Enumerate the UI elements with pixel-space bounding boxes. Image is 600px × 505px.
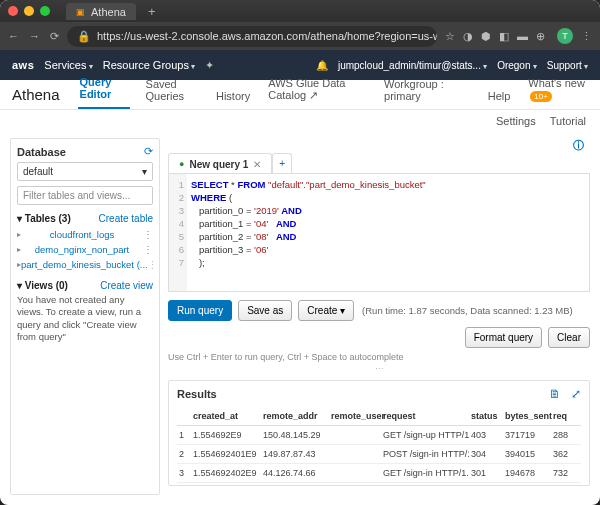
aws-favicon-icon: ▣	[76, 7, 85, 17]
results-title: Results	[177, 388, 217, 400]
url-text: https://us-west-2.console.aws.amazon.com…	[97, 30, 437, 42]
tab-query-editor[interactable]: Query Editor	[78, 69, 130, 109]
athena-subtabs: Settings Tutorial	[0, 110, 600, 132]
services-menu[interactable]: Services	[44, 59, 92, 71]
line-gutter: 1234567	[169, 174, 187, 291]
address-bar[interactable]: 🔒 https://us-west-2.console.aws.amazon.c…	[67, 26, 437, 47]
download-icon[interactable]: 🗎	[549, 387, 561, 401]
settings-link[interactable]: Settings	[496, 115, 536, 127]
extension-icon[interactable]: ⬢	[481, 30, 491, 43]
create-view-link[interactable]: Create view	[100, 280, 153, 291]
resize-handle[interactable]: ⋯	[168, 364, 590, 374]
chevron-down-icon: ▾	[142, 166, 147, 177]
run-query-button[interactable]: Run query	[168, 300, 232, 321]
info-icon[interactable]: ⓘ	[168, 138, 590, 153]
views-heading[interactable]: ▾ Views (0)	[17, 280, 68, 291]
forward-button[interactable]: →	[29, 30, 40, 43]
profile-avatar[interactable]: T	[557, 28, 573, 44]
sql-code[interactable]: SELECT * FROM "default"."part_demo_kines…	[187, 174, 426, 291]
add-query-tab[interactable]: +	[272, 153, 292, 173]
account-menu[interactable]: jumpcloud_admin/timur@stats...	[338, 60, 487, 71]
aws-logo[interactable]: aws	[12, 59, 34, 71]
format-query-button[interactable]: Format query	[465, 327, 542, 348]
bell-icon[interactable]: 🔔	[316, 60, 328, 71]
extension-icon[interactable]: ◑	[463, 30, 473, 43]
views-empty-text: You have not created any views. To creat…	[17, 294, 153, 343]
results-panel: Results 🗎 ⤢ created_at remote_addr remot…	[168, 380, 590, 486]
tables-list: cloudfront_logs⋮ demo_nginx_non_part⋮ pa…	[17, 227, 153, 272]
close-window[interactable]	[8, 6, 18, 16]
mac-titlebar: ▣ Athena +	[0, 0, 600, 22]
extension-icon[interactable]: ▬	[517, 30, 528, 42]
browser-tab-title: Athena	[91, 6, 126, 18]
new-tab-button[interactable]: +	[148, 4, 156, 19]
tab-glue-catalog[interactable]: AWS Glue Data Catalog ↗	[266, 70, 364, 109]
query-tabs: ● New query 1 ✕ +	[168, 153, 590, 174]
clear-button[interactable]: Clear	[548, 327, 590, 348]
external-link-icon: ↗	[309, 89, 318, 101]
table-row[interactable]: 31.554692402E944.126.74.66GET /sign-in H…	[177, 464, 581, 483]
minimize-window[interactable]	[24, 6, 34, 16]
reload-button[interactable]: ⟳	[50, 30, 59, 43]
extension-icon[interactable]: ⊕	[536, 30, 545, 43]
database-select[interactable]: default ▾	[17, 162, 153, 181]
service-title: Athena	[12, 86, 60, 103]
filter-input[interactable]: Filter tables and views...	[17, 186, 153, 205]
query-tab-1[interactable]: ● New query 1 ✕	[168, 153, 272, 173]
table-menu-icon[interactable]: ⋮	[143, 229, 153, 240]
sql-editor[interactable]: 1234567 SELECT * FROM "default"."part_de…	[168, 174, 590, 292]
refresh-icon[interactable]: ⟳	[144, 145, 153, 158]
close-tab-icon[interactable]: ✕	[253, 159, 261, 170]
table-menu-icon[interactable]: ⋮	[143, 244, 153, 255]
browser-tab-athena[interactable]: ▣ Athena	[66, 3, 136, 20]
status-ok-icon: ●	[179, 159, 184, 169]
results-table: created_at remote_addr remote_user reque…	[177, 407, 581, 483]
table-row[interactable]: 11.554692E9150.48.145.29GET /sign-up HTT…	[177, 426, 581, 445]
save-as-button[interactable]: Save as	[238, 300, 292, 321]
athena-tabs: Athena Query Editor Saved Queries Histor…	[0, 80, 600, 110]
database-heading: Database	[17, 146, 66, 158]
tutorial-link[interactable]: Tutorial	[550, 115, 586, 127]
shortcut-hint: Use Ctrl + Enter to run query, Ctrl + Sp…	[168, 352, 590, 362]
run-metadata: (Run time: 1.87 seconds, Data scanned: 1…	[362, 305, 573, 316]
whats-new-link[interactable]: What's new10+	[526, 70, 588, 109]
table-header-row: created_at remote_addr remote_user reque…	[177, 407, 581, 426]
menu-icon[interactable]: ⋮	[581, 30, 592, 43]
workgroup-label[interactable]: Workgroup : primary	[382, 71, 458, 109]
table-row[interactable]: 21.554692401E9149.87.87.43POST /sign-in …	[177, 445, 581, 464]
sidebar: Database ⟳ default ▾ Filter tables and v…	[10, 138, 160, 495]
lock-icon: 🔒	[77, 30, 91, 43]
expand-icon[interactable]: ⤢	[571, 387, 581, 401]
table-item[interactable]: cloudfront_logs⋮	[17, 227, 153, 242]
table-item[interactable]: demo_nginx_non_part⋮	[17, 242, 153, 257]
extension-icon[interactable]: ◧	[499, 30, 509, 43]
help-link[interactable]: Help	[486, 83, 513, 109]
star-icon[interactable]: ☆	[445, 30, 455, 43]
pin-icon[interactable]: ✦	[205, 59, 214, 72]
back-button[interactable]: ←	[8, 30, 19, 43]
table-menu-icon[interactable]: ⋮	[148, 259, 153, 270]
tab-saved-queries[interactable]: Saved Queries	[144, 71, 200, 109]
region-menu[interactable]: Oregon	[497, 60, 537, 71]
create-dropdown[interactable]: Create ▾	[298, 300, 354, 321]
browser-toolbar: ← → ⟳ 🔒 https://us-west-2.console.aws.am…	[0, 22, 600, 50]
tab-history[interactable]: History	[214, 83, 252, 109]
table-item[interactable]: part_demo_kinesis_bucket (...⋮	[17, 257, 153, 272]
create-table-link[interactable]: Create table	[99, 213, 153, 224]
tables-heading[interactable]: ▾ Tables (3)	[17, 213, 71, 224]
support-menu[interactable]: Support	[547, 60, 588, 71]
maximize-window[interactable]	[40, 6, 50, 16]
